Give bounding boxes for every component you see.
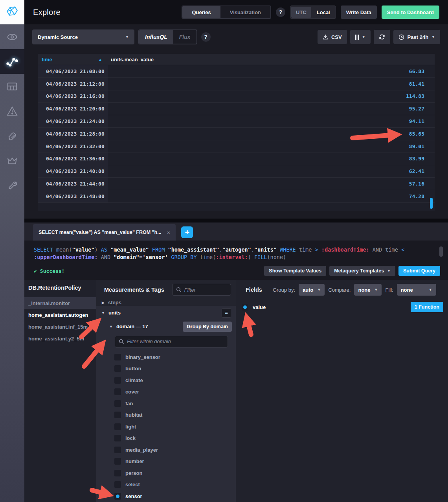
table-row[interactable]: 04/06/2023 21:28:0085.65 [38,128,435,140]
tag-value-checkbox[interactable] [114,354,121,360]
measurement-units[interactable]: ▼ units = [96,306,236,320]
metaquery-templates-dropdown[interactable]: Metaquery Templates ▼ [329,266,395,276]
cell-time: 04/06/2023 21:16:00 [38,90,108,103]
tag-value-item[interactable]: lock [96,432,236,444]
tag-value-item[interactable]: light [96,421,236,433]
flux-toggle[interactable]: Flux [173,30,196,44]
tag-value-item[interactable]: hubitat [96,409,236,421]
tag-value-item[interactable]: number [96,456,236,467]
cell-time: 04/06/2023 21:08:00 [38,65,108,77]
db-item[interactable]: home_assistant.autogen [24,309,96,321]
refresh-button[interactable] [374,30,390,44]
add-query-button[interactable]: + [181,226,193,238]
measurements-filter[interactable] [172,284,231,296]
tag-value-item[interactable]: climate [96,375,236,386]
column-header-mean-value[interactable]: units.mean_value [108,57,435,63]
tag-value-checkbox[interactable] [114,400,121,407]
write-data-button[interactable]: Write Data [341,6,377,19]
query-tab[interactable]: SELECT mean("value") AS "mean_value" FRO… [33,224,176,241]
measurement-steps[interactable]: ▶ steps [96,300,236,306]
pause-refresh-dropdown[interactable]: ▼ [350,30,371,44]
tag-value-checkbox[interactable] [114,447,121,453]
table-row[interactable]: 04/06/2023 21:36:0083.99 [38,153,435,165]
table-row[interactable]: 04/06/2023 21:20:0095.27 [38,103,435,115]
tag-value-item[interactable]: media_player [96,444,236,456]
tab-visualization[interactable]: Visualization [220,6,270,18]
sidebar-item-dashboards[interactable] [0,74,24,99]
db-item[interactable]: home_assistant.inf_15m [24,321,96,333]
sidebar-item-admin[interactable] [0,148,24,173]
chevron-right-icon: ▶ [102,301,105,305]
function-count-button[interactable]: 1 Function [411,302,443,312]
source-dropdown[interactable]: Dynamic Source ▼ [32,29,134,44]
show-template-values-button[interactable]: Show Template Values [264,266,326,276]
tag-value-label: lock [125,435,136,441]
query-editor[interactable]: SELECT mean("value") AS "mean_value" FRO… [24,241,448,280]
field-value-checkbox[interactable] [242,304,248,311]
dashboards-icon [6,81,18,92]
tag-domain[interactable]: ▼ domain — 17 Group By domain [96,320,236,333]
table-scrollbar-thumb[interactable] [430,198,433,209]
tag-value-checkbox[interactable] [114,435,121,441]
table-row[interactable]: 04/06/2023 21:48:0074.28 [38,190,435,203]
send-to-dashboard-button[interactable]: Send to Dashboard [382,6,439,19]
tag-value-checkbox[interactable] [114,377,121,384]
sidebar-item-explore[interactable] [0,49,24,74]
table-row[interactable]: 04/06/2023 21:08:0066.83 [38,65,435,78]
chronograf-logo[interactable] [0,0,24,24]
tag-value-item[interactable]: sensor [96,491,236,502]
chevron-down-icon: ▼ [125,35,129,39]
tag-value-item[interactable]: person [96,467,236,479]
sidebar-item-integrations[interactable] [0,123,24,148]
download-csv-button[interactable]: CSV [318,30,347,44]
tag-value-filter[interactable] [115,336,228,348]
equals-filter-badge[interactable]: = [222,308,231,318]
cell-mean-value: 66.83 [108,65,435,77]
influxql-toggle[interactable]: InfluxQL [139,30,173,44]
editor-scrollbar-thumb[interactable] [439,246,443,257]
tag-value-item[interactable]: binary_sensor [96,351,236,363]
tag-value-checkbox[interactable] [114,458,121,465]
db-item[interactable]: _internal.monitor [24,297,96,309]
tag-value-item[interactable]: fan [96,398,236,410]
timezone-utc[interactable]: UTC [291,7,311,18]
group-by-domain-button[interactable]: Group By domain [183,322,232,332]
tag-value-item[interactable]: button [96,363,236,375]
fill-dropdown[interactable]: none ▼ [397,284,436,296]
field-row-value[interactable]: value 1 Function [242,302,443,312]
submit-query-button[interactable]: Submit Query [398,266,440,276]
table-row[interactable]: 04/06/2023 21:16:00114.83 [38,90,435,103]
tag-value-checkbox[interactable] [114,365,121,372]
group-by-dropdown[interactable]: auto ▼ [299,284,325,296]
tag-value-checkbox[interactable] [114,423,121,430]
tab-queries[interactable]: Queries [182,6,220,18]
tag-value-label: button [125,366,141,371]
table-row[interactable]: 04/06/2023 21:40:0062.41 [38,165,435,178]
timezone-local[interactable]: Local [312,7,335,18]
tag-value-checkbox[interactable] [114,470,121,476]
db-item[interactable]: home_assistant.y2_5m [24,333,96,344]
close-icon[interactable]: × [167,229,171,236]
tag-value-checkbox[interactable] [114,481,121,488]
tag-value-label: sensor [125,493,142,499]
tag-value-checkbox[interactable] [114,388,121,395]
table-row[interactable]: 04/06/2023 21:32:0089.01 [38,140,435,153]
tag-value-filter-input[interactable] [115,338,228,344]
tag-value-item[interactable]: select [96,479,236,491]
sidebar-item-configuration[interactable] [0,173,24,198]
table-row[interactable]: 04/06/2023 21:44:0057.16 [38,178,435,190]
table-row[interactable]: 04/06/2023 21:12:0081.41 [38,78,435,90]
query-tab-row: SELECT mean("value") AS "mean_value" FRO… [24,222,448,241]
compare-dropdown[interactable]: none ▼ [354,284,382,296]
table-row[interactable]: 04/06/2023 21:24:0094.11 [38,115,435,128]
column-header-time[interactable]: time ▲ [38,57,108,63]
help-icon[interactable]: ? [201,32,211,42]
sidebar-item-hosts[interactable] [0,24,24,49]
time-range-dropdown[interactable]: Past 24h ▼ [393,30,440,44]
check-icon: ✔ [34,268,37,274]
tag-value-checkbox[interactable] [114,493,121,500]
tag-value-item[interactable]: cover [96,386,236,398]
sidebar-item-alerting[interactable] [0,99,24,123]
tag-value-checkbox[interactable] [114,412,121,418]
help-icon[interactable]: ? [276,7,285,17]
